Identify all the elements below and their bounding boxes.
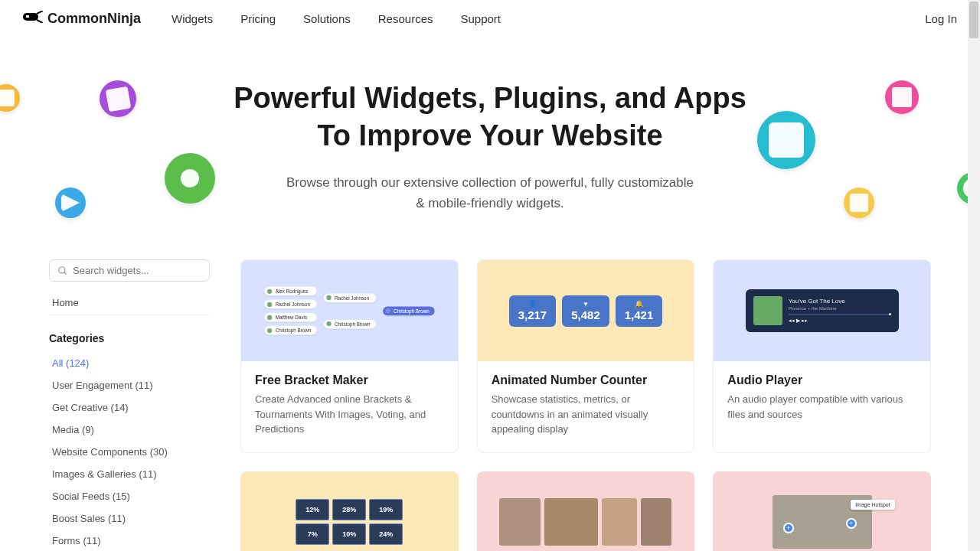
category-list: All (124) User Engagement (11) Get Creat… [49, 352, 210, 551]
card-title: Animated Number Counter [492, 373, 681, 387]
card-thumbnail: 👤3,217 ♥5,482 🔔1,421 [478, 260, 694, 361]
hotspot-image: Image Hotspot + + [773, 495, 872, 549]
svg-point-2 [59, 266, 65, 272]
card-description: An audio player compatible with various … [727, 392, 916, 422]
search-input[interactable] [73, 265, 201, 276]
counter-stat: ♥5,482 [562, 295, 609, 327]
bracket-winner: Christoph Brown [382, 306, 434, 315]
categories-heading: Categories [49, 332, 210, 344]
hotspot-marker: + [783, 523, 794, 533]
widget-card-audio[interactable]: You've Got The Love Florence + the Machi… [713, 259, 931, 453]
nav-widgets[interactable]: Widgets [172, 12, 213, 25]
nav-support[interactable]: Support [460, 12, 501, 25]
bracket-entry: Rachel Johnson [264, 300, 316, 309]
card-description: Create Advanced online Brackets & Tourna… [255, 392, 444, 437]
category-get-creative[interactable]: Get Creative (14) [49, 396, 210, 419]
brand-text: CommonNinja [47, 11, 141, 27]
hero-title: Powerful Widgets, Plugins, and Apps To I… [153, 80, 827, 155]
category-forms[interactable]: Forms (11) [49, 530, 210, 551]
sidebar-home[interactable]: Home [49, 291, 210, 315]
header: CommonNinja Widgets Pricing Solutions Re… [0, 0, 980, 37]
nav-solutions[interactable]: Solutions [303, 12, 351, 25]
search-box[interactable] [49, 259, 210, 282]
audio-player-mock: You've Got The Love Florence + the Machi… [746, 289, 899, 332]
card-thumbnail: You've Got The Love Florence + the Machi… [714, 260, 930, 361]
percent-tile: 7% [296, 523, 329, 545]
bracket-entry: Matthew Davis [264, 313, 316, 322]
feed-image [641, 498, 671, 546]
widget-card-feed[interactable] [477, 471, 695, 551]
feed-image [544, 498, 598, 546]
hero-title-line: To Improve Your Website [317, 119, 662, 152]
svg-line-3 [64, 272, 67, 274]
percent-tile: 24% [369, 523, 403, 545]
feed-image [602, 498, 637, 546]
category-boost-sales[interactable]: Boost Sales (11) [49, 507, 210, 530]
progress-bar [789, 314, 891, 315]
category-website-components[interactable]: Website Components (30) [49, 441, 210, 463]
scrollbar-thumb[interactable] [969, 2, 978, 38]
ninja-icon [23, 11, 43, 27]
category-images-galleries[interactable]: Images & Galleries (11) [49, 463, 210, 485]
feed-image [499, 498, 541, 546]
bracket-entry: Alex Rodriguez [264, 287, 316, 296]
percent-tile: 19% [369, 499, 403, 520]
category-user-engagement[interactable]: User Engagement (11) [49, 374, 210, 396]
nav-resources[interactable]: Resources [378, 12, 433, 25]
hotspot-label: Image Hotspot [851, 500, 895, 510]
brand-logo[interactable]: CommonNinja [23, 11, 141, 27]
hero-title-line: Powerful Widgets, Plugins, and Apps [234, 82, 746, 114]
search-icon [57, 266, 68, 276]
card-thumbnail: Alex Rodriguez Rachel Johnson Matthew Da… [241, 260, 458, 361]
svg-rect-0 [23, 13, 38, 21]
bracket-entry: Christoph Brown [323, 319, 375, 328]
album-art [753, 296, 782, 325]
hotspot-marker: + [846, 518, 857, 529]
card-title: Free Bracket Maker [255, 373, 444, 387]
hero-section: Powerful Widgets, Plugins, and Apps To I… [0, 37, 980, 259]
card-thumbnail: Image Hotspot + + [713, 471, 931, 551]
card-description: Showcase statistics, metrics, or countdo… [492, 392, 681, 437]
card-thumbnail: 12% 28% 19% 7% 10% 24% [240, 471, 459, 551]
widget-card-counter[interactable]: 👤3,217 ♥5,482 🔔1,421 Animated Number Cou… [477, 259, 695, 453]
bracket-entry: Christoph Brown [264, 326, 316, 335]
widget-card-hotspot[interactable]: Image Hotspot + + [713, 471, 931, 551]
nav-pricing[interactable]: Pricing [240, 12, 276, 25]
percent-tile: 10% [332, 523, 366, 545]
track-title: You've Got The Love [789, 298, 891, 305]
percent-tile: 28% [332, 499, 366, 520]
sidebar: Home Categories All (124) User Engagemen… [49, 259, 210, 551]
category-social-feeds[interactable]: Social Feeds (15) [49, 485, 210, 507]
login-link[interactable]: Log In [925, 12, 957, 25]
bracket-entry: Rachel Johnson [323, 293, 375, 302]
card-title: Audio Player [727, 373, 916, 387]
main-nav: Widgets Pricing Solutions Resources Supp… [172, 12, 501, 25]
widget-grid: Alex Rodriguez Rachel Johnson Matthew Da… [240, 259, 931, 551]
hero-subtitle: Browse through our extensive collection … [283, 172, 697, 214]
category-all[interactable]: All (124) [49, 352, 210, 374]
category-media[interactable]: Media (9) [49, 419, 210, 441]
widget-card-bracket[interactable]: Alex Rodriguez Rachel Johnson Matthew Da… [240, 259, 459, 453]
widget-card-before-after[interactable]: 12% 28% 19% 7% 10% 24% [240, 471, 459, 551]
svg-rect-1 [26, 15, 29, 18]
percent-tile: 12% [296, 499, 329, 520]
audio-controls: ◂◂ ▶ ▸▸ [789, 318, 891, 324]
counter-stat: 🔔1,421 [616, 295, 663, 327]
track-artist: Florence + the Machine [789, 306, 891, 311]
main-content: Home Categories All (124) User Engagemen… [0, 259, 980, 551]
counter-stat: 👤3,217 [509, 295, 557, 327]
card-thumbnail [477, 471, 695, 551]
